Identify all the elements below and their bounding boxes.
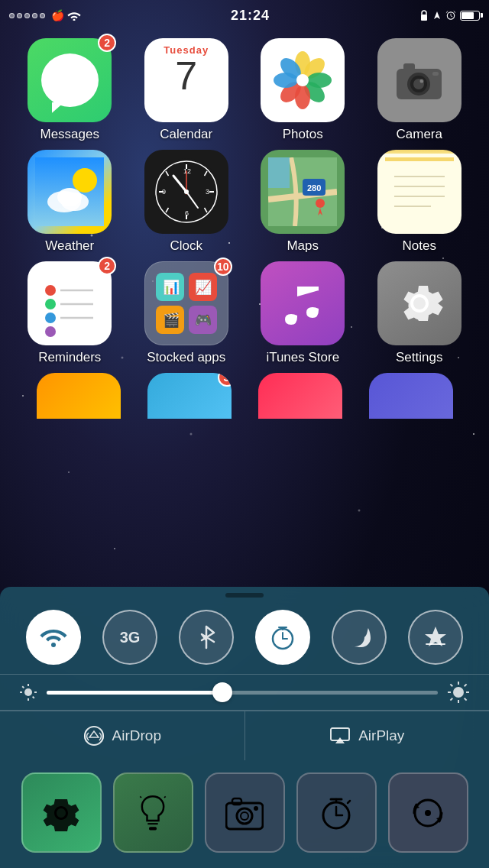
svg-line-130 bbox=[348, 801, 350, 803]
signal-dot-4 bbox=[32, 13, 37, 18]
svg-rect-39 bbox=[432, 72, 439, 76]
settings-icon[interactable] bbox=[377, 261, 461, 345]
app-item-reminders[interactable]: 2 Reminders bbox=[16, 261, 123, 365]
calendar-day: 7 bbox=[175, 56, 197, 96]
svg-point-67 bbox=[316, 199, 325, 208]
cc-airdrop-airplay: AirDrop AirPlay bbox=[0, 711, 489, 760]
svg-text:3: 3 bbox=[206, 188, 209, 196]
cc-airdrop-button[interactable]: AirDrop bbox=[0, 711, 245, 760]
maps-svg: 280 bbox=[268, 157, 337, 226]
svg-rect-21 bbox=[421, 15, 427, 21]
calendar-icon[interactable]: Tuesday 7 bbox=[144, 38, 228, 122]
cc-dnd-button[interactable] bbox=[332, 610, 387, 665]
cc-airplay-button[interactable]: AirPlay bbox=[245, 711, 490, 760]
cc-shortcut-flashlight[interactable] bbox=[113, 772, 193, 853]
maps-icon[interactable]: 280 bbox=[261, 150, 345, 234]
wifi-icon bbox=[40, 623, 67, 651]
app-item-notes[interactable]: Notes bbox=[366, 150, 473, 254]
bluetooth-icon bbox=[197, 623, 215, 651]
partial-app-3 bbox=[258, 373, 342, 419]
stocked-icon[interactable]: 📊 📈 🎬 🎮 10 bbox=[144, 261, 228, 345]
battery-fill bbox=[461, 12, 474, 19]
svg-point-19 bbox=[114, 548, 115, 549]
clock-icon[interactable]: 12 3 6 9 bbox=[144, 150, 228, 234]
control-center: 3G bbox=[0, 587, 489, 868]
svg-point-75 bbox=[45, 285, 56, 296]
svg-point-14 bbox=[190, 433, 193, 436]
messages-icon[interactable]: 2 bbox=[28, 38, 112, 122]
svg-rect-123 bbox=[232, 798, 241, 805]
svg-point-20 bbox=[73, 19, 76, 21]
svg-text:📊: 📊 bbox=[163, 279, 180, 296]
cc-handle[interactable] bbox=[0, 587, 489, 601]
photos-icon[interactable] bbox=[261, 38, 345, 122]
app-item-calendar[interactable]: Tuesday 7 Calendar bbox=[133, 38, 240, 142]
stocked-svg: 📊 📈 🎬 🎮 bbox=[152, 269, 221, 338]
svg-line-106 bbox=[450, 684, 452, 686]
svg-point-112 bbox=[85, 727, 103, 745]
weather-icon[interactable] bbox=[28, 150, 112, 234]
svg-text:📈: 📈 bbox=[195, 279, 212, 296]
stocked-label: Stocked apps bbox=[147, 350, 225, 365]
cc-bluetooth-button[interactable] bbox=[179, 610, 234, 665]
cc-shortcut-rotate[interactable] bbox=[388, 772, 468, 853]
shortcut-camera-icon bbox=[225, 795, 264, 831]
brightness-thumb[interactable] bbox=[212, 682, 232, 702]
camera-icon-app[interactable] bbox=[377, 38, 461, 122]
notes-icon[interactable] bbox=[377, 150, 461, 234]
cc-wifi-button[interactable] bbox=[26, 610, 81, 665]
messages-badge: 2 bbox=[98, 34, 116, 52]
brightness-track[interactable] bbox=[47, 691, 438, 695]
svg-line-119 bbox=[164, 796, 166, 798]
app-row-1: 2 Messages Tuesday 7 Calendar bbox=[11, 38, 478, 142]
timer-icon bbox=[269, 623, 296, 651]
status-left: 🍎 bbox=[9, 9, 81, 21]
alarm-icon bbox=[445, 10, 456, 21]
brightness-fill bbox=[47, 691, 222, 695]
signal-dot-5 bbox=[40, 13, 45, 18]
svg-point-124 bbox=[254, 806, 258, 811]
cc-timer-button[interactable] bbox=[255, 610, 310, 665]
camera-label: Camera bbox=[397, 127, 442, 142]
app-row-2: Weather 12 3 bbox=[11, 150, 478, 254]
moon-icon bbox=[348, 626, 371, 649]
app-item-clock[interactable]: 12 3 6 9 Clock bbox=[133, 150, 240, 254]
svg-point-121 bbox=[237, 808, 252, 824]
reminders-icon[interactable]: 2 bbox=[28, 261, 112, 345]
svg-point-90 bbox=[51, 643, 56, 647]
svg-line-107 bbox=[465, 698, 467, 701]
stocked-badge: 10 bbox=[214, 257, 232, 276]
svg-rect-68 bbox=[385, 157, 454, 161]
itunes-icon[interactable] bbox=[261, 261, 345, 345]
cc-shortcut-settings[interactable] bbox=[21, 772, 102, 853]
app-item-stocked[interactable]: 📊 📈 🎬 🎮 10 Stocked apps bbox=[133, 261, 240, 365]
airdrop-label: AirDrop bbox=[112, 727, 161, 744]
settings-label: Settings bbox=[396, 350, 442, 365]
signal-dot-2 bbox=[17, 13, 22, 18]
cc-airplane-button[interactable] bbox=[408, 610, 463, 665]
settings-svg bbox=[392, 276, 447, 331]
app-item-settings[interactable]: Settings bbox=[366, 261, 473, 365]
shortcut-timer-icon bbox=[319, 795, 354, 831]
svg-point-79 bbox=[45, 313, 56, 323]
svg-rect-64 bbox=[268, 157, 290, 188]
shortcut-bulb-icon bbox=[136, 794, 170, 832]
svg-text:9: 9 bbox=[162, 188, 166, 196]
app-item-photos[interactable]: Photos bbox=[249, 38, 356, 142]
cc-shortcut-camera[interactable] bbox=[205, 772, 285, 853]
cc-shortcut-timer[interactable] bbox=[296, 772, 377, 853]
app-item-camera[interactable]: Camera bbox=[366, 38, 473, 142]
cc-3g-button[interactable]: 3G bbox=[102, 610, 157, 665]
messages-bubble bbox=[41, 53, 99, 107]
app-item-maps[interactable]: 280 Maps bbox=[249, 150, 356, 254]
app-row-3: 2 Reminders 📊 📈 🎬 🎮 10 bbox=[11, 261, 478, 365]
svg-point-37 bbox=[420, 79, 424, 83]
notes-svg bbox=[385, 157, 454, 226]
handle-bar bbox=[225, 593, 264, 598]
app-item-weather[interactable]: Weather bbox=[16, 150, 123, 254]
app-item-messages[interactable]: 2 Messages bbox=[16, 38, 123, 142]
airplane-icon bbox=[423, 625, 448, 649]
airdrop-icon bbox=[83, 725, 105, 747]
app-item-itunes[interactable]: iTunes Store bbox=[249, 261, 356, 365]
messages-label: Messages bbox=[40, 127, 99, 142]
